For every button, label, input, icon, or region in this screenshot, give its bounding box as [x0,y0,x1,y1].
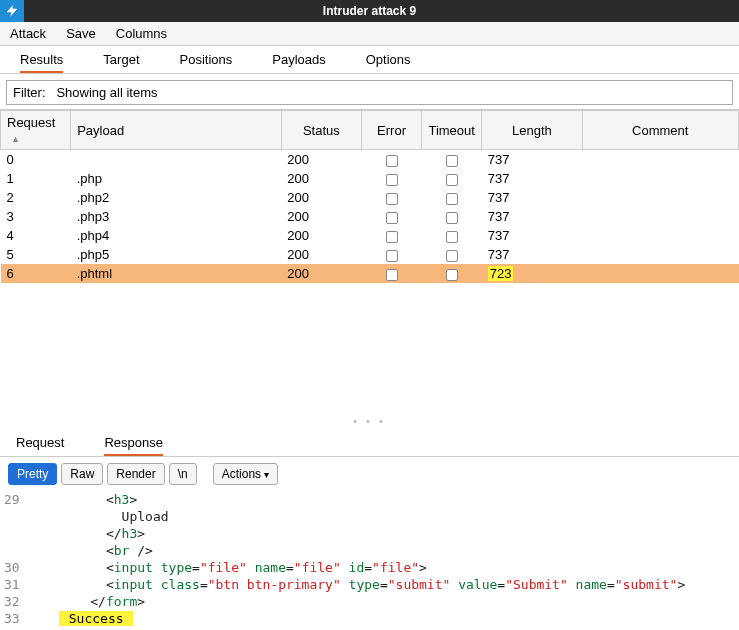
menu-columns[interactable]: Columns [116,26,167,41]
timeout-checkbox [446,174,458,186]
view-toolbar: PrettyRawRender\nActions▾ [0,457,739,491]
col-request[interactable]: Request▲ [1,111,71,150]
timeout-checkbox [446,212,458,224]
tab-payloads[interactable]: Payloads [272,52,325,73]
error-checkbox [386,250,398,262]
tab-results[interactable]: Results [20,52,63,73]
col-comment[interactable]: Comment [582,111,738,150]
error-checkbox [386,155,398,167]
menubar: AttackSaveColumns [0,22,739,46]
col-timeout[interactable]: Timeout [422,111,482,150]
tab-target[interactable]: Target [103,52,139,73]
error-checkbox [386,193,398,205]
table-row[interactable]: 5.php5200737 [1,245,739,264]
chevron-down-icon: ▾ [264,469,269,480]
error-checkbox [386,231,398,243]
sort-asc-icon: ▲ [11,134,20,144]
filter-bar[interactable]: Filter: Showing all items [6,80,733,105]
col-error[interactable]: Error [361,111,421,150]
table-row[interactable]: 1.php200737 [1,169,739,188]
tab-options[interactable]: Options [366,52,411,73]
menu-save[interactable]: Save [66,26,96,41]
error-checkbox [386,174,398,186]
code-view: 29303132333435 <h3> Upload </h3> <br /> … [0,491,739,630]
lower-tab-response[interactable]: Response [104,435,163,456]
view-pretty-button[interactable]: Pretty [8,463,57,485]
filter-value: Showing all items [56,85,157,100]
window-title: Intruder attack 9 [323,4,416,18]
actions-button[interactable]: Actions▾ [213,463,278,485]
app-icon [0,0,24,22]
window-titlebar: Intruder attack 9 [0,0,739,22]
table-row[interactable]: 4.php4200737 [1,226,739,245]
table-body: 02007371.php2007372.php22007373.php32007… [1,150,739,284]
lower-tabs: RequestResponse [0,429,739,457]
table-row[interactable]: 2.php2200737 [1,188,739,207]
line-numbers: 29303132333435 [0,491,28,630]
timeout-checkbox [446,231,458,243]
resize-grip[interactable]: • • • [0,413,739,429]
error-checkbox [386,212,398,224]
table-row[interactable]: 0200737 [1,150,739,170]
table-row[interactable]: 3.php3200737 [1,207,739,226]
table-header-row: Request▲PayloadStatusErrorTimeoutLengthC… [1,111,739,150]
timeout-checkbox [446,250,458,262]
view-render-button[interactable]: Render [107,463,164,485]
view-raw-button[interactable]: Raw [61,463,103,485]
error-checkbox [386,269,398,281]
filter-label: Filter: [13,85,46,100]
menu-attack[interactable]: Attack [10,26,46,41]
results-table: Request▲PayloadStatusErrorTimeoutLengthC… [0,109,739,413]
lower-tab-request[interactable]: Request [16,435,64,456]
col-length[interactable]: Length [482,111,582,150]
main-tabs: ResultsTargetPositionsPayloadsOptions [0,46,739,74]
timeout-checkbox [446,155,458,167]
table-row[interactable]: 6.phtml200723 [1,264,739,283]
col-payload[interactable]: Payload [71,111,282,150]
toggle-newlines-button[interactable]: \n [169,463,197,485]
code-content[interactable]: <h3> Upload </h3> <br /> <input type="fi… [28,491,686,630]
tab-positions[interactable]: Positions [180,52,233,73]
col-status[interactable]: Status [281,111,361,150]
timeout-checkbox [446,193,458,205]
timeout-checkbox [446,269,458,281]
